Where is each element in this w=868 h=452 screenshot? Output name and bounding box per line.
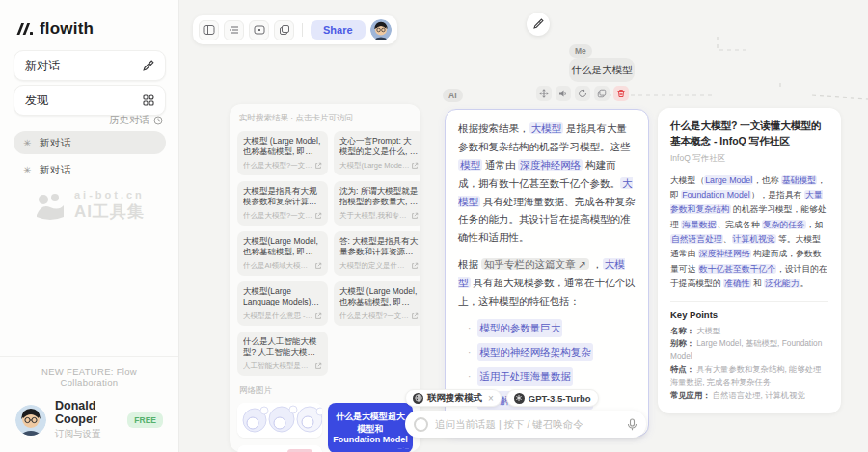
- ask-input[interactable]: [435, 418, 620, 430]
- composer: 联网搜索模式 × GPT-3.5-Turbo: [405, 389, 646, 438]
- model-label: GPT-3.5-Turbo: [529, 393, 591, 404]
- history-steps-button[interactable]: [224, 20, 244, 40]
- external-link-icon: [314, 262, 322, 270]
- blue-card-subtitle: Foundation Model: [333, 435, 407, 444]
- me-node-badge: Me: [569, 44, 592, 58]
- text-run: 根据: [458, 258, 481, 270]
- web-image-blue-card[interactable]: 什么是大模型超大模型和 Foundation Model — · —: [328, 403, 413, 452]
- highlight-term[interactable]: 自然语言处理: [670, 234, 723, 244]
- app-logo: flowith: [15, 19, 94, 39]
- search-result-card[interactable]: 文心一言Prompt: 大模型的定义是什么, 可以从多个角度... 大模型(La…: [334, 131, 420, 175]
- highlight-term[interactable]: 大模型: [529, 122, 564, 134]
- discover-button[interactable]: 发现: [14, 85, 166, 116]
- external-link-icon: [314, 362, 322, 370]
- search-result-title: 大模型 (Large Model,也称基础模型, 即Foundation...: [339, 286, 419, 308]
- history-label: 历史对话: [109, 114, 149, 127]
- new-feature-banner[interactable]: NEW FEATURE: Flow Collaboration: [15, 366, 163, 387]
- watermark: ai-bot.cn AI工具集: [0, 189, 178, 223]
- key-points-title: Key Points: [670, 309, 828, 320]
- sidebar-footer: NEW FEATURE: Flow Collaboration Donald C…: [0, 356, 178, 452]
- ai-answer-panel[interactable]: 根据搜索结果，大模型 是指具有大量参数和复杂结构的机器学习模型。这些 模型 通常…: [445, 109, 649, 437]
- external-link-icon: [411, 312, 419, 320]
- move-node-button[interactable]: [536, 86, 552, 101]
- highlight-term[interactable]: Large Model: [704, 175, 753, 185]
- microphone-icon[interactable]: [627, 418, 637, 431]
- search-result-card[interactable]: 大模型 (Large Model,也称基础模型, 即Foundation... …: [334, 281, 420, 326]
- web-image-mindmap[interactable]: [237, 445, 322, 452]
- source-summary-panel: 什么是大模型? 一文读懂大模型的基本概念 - InfoQ 写作社区 InfoQ …: [658, 108, 841, 413]
- highlight-term[interactable]: 计算机视觉: [732, 234, 776, 244]
- copy-node-button[interactable]: [594, 86, 610, 101]
- ask-input-bar[interactable]: [405, 411, 646, 438]
- source-title[interactable]: 什么是大模型? 一文读懂大模型的基本概念 - InfoQ 写作社区: [670, 119, 828, 149]
- key-point-row: 名称： 大模型: [670, 325, 828, 337]
- highlight-term[interactable]: 基础模型: [781, 175, 817, 185]
- history-item[interactable]: ✳ 新对话: [14, 158, 166, 181]
- highlight-term[interactable]: 模型的参数量巨大: [477, 319, 562, 337]
- edit-node-button[interactable]: [527, 13, 550, 36]
- sidebar: flowith 新对话 发现 历史对话 ✳ 新对话 ✳ 新对话 ai-bo: [0, 0, 179, 452]
- highlight-term[interactable]: 海量数据: [681, 220, 717, 229]
- model-pill[interactable]: GPT-3.5-Turbo: [506, 389, 599, 407]
- search-result-card[interactable]: 大模型是指具有大规模参数和复杂计算结构的机器学习模... 什么是大模型?一文读懂…: [237, 181, 328, 226]
- toolbar-avatar[interactable]: [370, 19, 392, 40]
- external-link-icon: [314, 312, 322, 320]
- web-search-mode-pill[interactable]: 联网搜索模式 ×: [405, 389, 502, 407]
- share-button[interactable]: Share: [311, 20, 366, 40]
- search-result-title: 大模型 (Large Model,也称基础模型, 即Foundation...: [243, 136, 322, 158]
- highlight-term[interactable]: 深度神经网络: [518, 159, 583, 171]
- toggle-sidebar-button[interactable]: [199, 20, 219, 40]
- regenerate-button[interactable]: [575, 86, 590, 101]
- text-run: 。: [800, 279, 809, 288]
- watermark-line2: AI工具集: [74, 200, 145, 223]
- search-result-title: 文心一言Prompt: 大模型的定义是什么, 可以从多个角度...: [339, 136, 419, 158]
- key-point-value: 大模型: [696, 326, 720, 335]
- text-run: ），是指具有: [751, 190, 804, 199]
- highlight-term[interactable]: 模型: [458, 159, 482, 171]
- web-images-grid: 什么是大模型超大模型和 Foundation Model — · — ●●●: [237, 403, 413, 452]
- highlight-term[interactable]: 深度神经网络: [698, 249, 751, 258]
- highlight-term[interactable]: 泛化能力: [764, 279, 800, 288]
- highlight-term[interactable]: 复杂的任务: [762, 220, 806, 229]
- user-profile[interactable]: Donald Cooper 订阅与设置 FREE: [15, 399, 163, 440]
- key-point-label: 名称：: [670, 326, 694, 335]
- highlight-term[interactable]: 数十亿甚至数千亿个: [698, 264, 776, 274]
- source-reference-link[interactable]: 知乎专栏的这篇文章 ↗: [481, 258, 589, 270]
- question-bubble[interactable]: 什么是大模型: [569, 58, 635, 82]
- highlight-term[interactable]: 准确性: [723, 279, 750, 288]
- search-result-title: 大模型是指具有大规模参数和复杂计算结构的机器学习模...: [243, 186, 322, 208]
- copy-canvas-button[interactable]: [274, 20, 294, 40]
- text-run: ，也称: [753, 175, 781, 185]
- highlight-term[interactable]: 适用于处理海量数据: [477, 367, 573, 386]
- search-result-card[interactable]: 大模型 (Large Model,也称基础模型, 即Foundation... …: [237, 131, 328, 175]
- search-cards: 大模型 (Large Model,也称基础模型, 即Foundation... …: [237, 131, 413, 376]
- search-result-card[interactable]: 什么是人工智能大模型? 人工智能大模型 (Artificial... 人工智能大…: [237, 332, 328, 376]
- blue-card-title: 什么是大模型超大模型和: [332, 411, 409, 435]
- search-result-source: 什么是AI领域大模的大模型?...: [243, 261, 314, 271]
- text-run: 根据搜索结果，: [458, 122, 529, 134]
- search-result-card[interactable]: 大模型(Large Model,也称基础模型, 即Foundation... 什…: [237, 231, 328, 276]
- search-result-card[interactable]: 大模型(Large Language Models)是指基于深度学习... 大模…: [237, 281, 328, 326]
- highlight-term[interactable]: Foundation Model: [681, 190, 750, 199]
- web-search-mode-label: 联网搜索模式: [427, 392, 482, 405]
- delete-node-button[interactable]: [613, 86, 629, 101]
- text-run: 通常由: [482, 159, 518, 171]
- presentation-button[interactable]: [249, 20, 269, 40]
- flowith-logo-icon: [15, 20, 34, 38]
- search-result-card[interactable]: 沈为: 所谓大模型就是指模型的参数量大, 但学术界并没... 关于大模型,我和专…: [334, 181, 420, 226]
- key-point-label: 特点：: [670, 364, 694, 374]
- user-settings-link[interactable]: 订阅与设置: [55, 428, 119, 440]
- search-result-card[interactable]: 答: 大模型是指具有大量参数和计算资源的机器学习模型... 大模型的定义是什么?…: [334, 231, 420, 276]
- new-chat-button[interactable]: 新对话: [14, 50, 166, 81]
- read-aloud-button[interactable]: [556, 86, 571, 101]
- user-avatar[interactable]: [15, 405, 46, 436]
- search-results-header: 实时搜索结果 · 点击卡片可访问: [239, 113, 411, 124]
- bullet-dot: ·: [468, 320, 471, 337]
- remove-mode-icon[interactable]: ×: [488, 393, 494, 404]
- history-item[interactable]: ✳ 新对话: [14, 131, 166, 154]
- highlight-term[interactable]: 模型的神经网络架构复杂: [477, 343, 593, 361]
- toolbar-divider: [302, 23, 303, 37]
- answer-bullet: · 模型的参数量巨大: [458, 319, 636, 337]
- web-image-venn[interactable]: [237, 403, 322, 438]
- key-point-row: 常见应用： 自然语言处理, 计算机视觉: [670, 389, 828, 402]
